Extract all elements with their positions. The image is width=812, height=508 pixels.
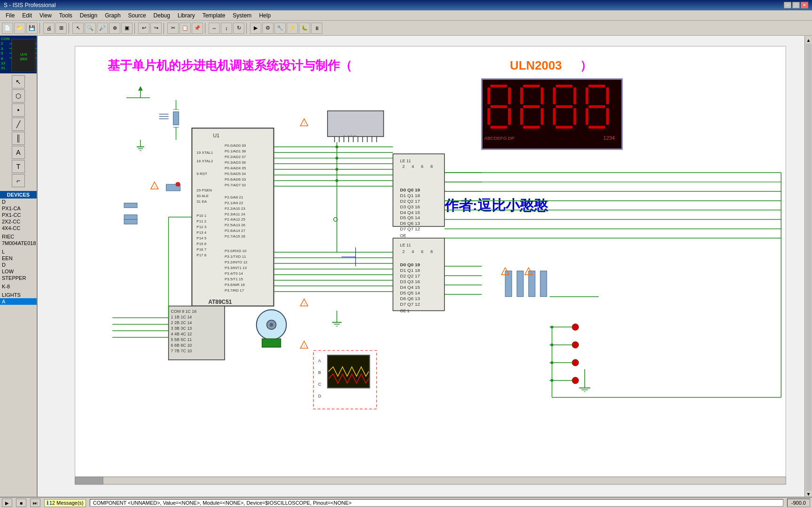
prop-button[interactable]: 🔧 (274, 23, 286, 34)
left-tool-component[interactable]: ⬡ (12, 89, 25, 103)
svg-text:!: ! (304, 344, 304, 348)
play-button[interactable]: ▶ (2, 499, 12, 507)
svg-text:3  3B  3C  13: 3 3B 3C 13 (171, 326, 192, 331)
left-tool-label[interactable]: A (12, 146, 25, 159)
stop-button[interactable]: ■ (16, 499, 26, 507)
svg-text:31  EA: 31 EA (196, 199, 207, 204)
mirror-x-button[interactable]: ↔ (209, 23, 220, 34)
device-item-d2[interactable]: D (0, 262, 37, 268)
device-item-px1cc[interactable]: PX1-CC (0, 212, 37, 218)
print-button[interactable]: 🖨 (43, 23, 55, 34)
menu-item-view[interactable]: View (36, 11, 55, 20)
svg-rect-43 (606, 108, 609, 125)
device-item-low[interactable]: LOW (0, 268, 37, 275)
menu-item-help[interactable]: Help (255, 11, 274, 20)
svg-text:P0.7/AD7  32: P0.7/AD7 32 (225, 183, 246, 187)
left-tool-wire[interactable]: ╱ (12, 118, 25, 131)
svg-text:!: ! (304, 302, 304, 306)
device-item-riec[interactable]: RIEC (0, 233, 37, 240)
menu-item-debug[interactable]: Debug (150, 11, 174, 20)
right-scrollbar[interactable]: ▲ ▼ (804, 36, 812, 497)
device-item-A[interactable]: A (0, 298, 37, 305)
open-button[interactable]: 📁 (14, 23, 25, 34)
svg-text:4  4B  4C  12: 4 4B 4C 12 (171, 332, 192, 336)
menu-bar: FileEditViewToolsDesignGraphSourceDebugL… (0, 10, 812, 21)
device-item-7m[interactable]: 7M004ATE018 (0, 240, 37, 246)
svg-text:6: 6 (421, 249, 423, 254)
new-button[interactable]: 📄 (2, 23, 13, 34)
device-item-k8[interactable]: K-8 (0, 283, 37, 290)
menu-item-tools[interactable]: Tools (55, 11, 76, 20)
rotate-button[interactable]: ↻ (233, 23, 244, 34)
left-tool-junction[interactable]: • (12, 103, 25, 117)
device-item-4x4cc[interactable]: 4X4-CC (0, 225, 37, 231)
menu-item-edit[interactable]: Edit (18, 11, 36, 20)
minimize-button[interactable]: ─ (784, 2, 791, 8)
device-item-L[interactable]: L (0, 248, 37, 255)
break-button[interactable]: ⏸ (311, 23, 322, 34)
svg-text:P2.4/A12  25: P2.4/A12 25 (225, 217, 245, 222)
svg-text:!: ! (528, 270, 529, 275)
device-item-px1ca[interactable]: PX1-CA (0, 205, 37, 212)
svg-rect-163 (166, 184, 180, 191)
run-button[interactable]: ▶ (250, 23, 261, 34)
svg-text:P2.5/A13  26: P2.5/A13 26 (225, 223, 245, 227)
svg-point-164 (176, 182, 180, 187)
svg-text:OE: OE (400, 233, 406, 238)
menu-item-design[interactable]: Design (76, 11, 101, 20)
svg-text:AT89C51: AT89C51 (208, 299, 232, 305)
svg-text:P2.2/A10  23: P2.2/A10 23 (225, 206, 245, 211)
menu-item-library[interactable]: Library (174, 11, 199, 20)
svg-text:D2  Q2  17: D2 Q2 17 (400, 273, 420, 278)
svg-text:D6  Q6  13: D6 Q6 13 (400, 221, 420, 226)
run2-button[interactable]: ⚙ (262, 23, 273, 34)
device-item-D[interactable]: D (0, 198, 37, 205)
svg-text:A: A (318, 358, 321, 363)
device-item-lights[interactable]: LIGHTS (0, 292, 37, 298)
menu-item-template[interactable]: Template (199, 11, 229, 20)
device-item-een[interactable]: EEN (0, 255, 37, 262)
grid-button[interactable]: ⊞ (55, 23, 67, 34)
menu-item-source[interactable]: Source (125, 11, 150, 20)
svg-point-240 (551, 343, 554, 346)
info-icon: ℹ (47, 500, 48, 506)
undo-button[interactable]: ↩ (138, 23, 149, 34)
title-controls: ─ □ ✕ (784, 2, 808, 8)
mirror-y-button[interactable]: ↕ (221, 23, 232, 34)
svg-rect-175 (505, 271, 512, 297)
left-tool-select[interactable]: ↖ (12, 75, 25, 88)
close-button[interactable]: ✕ (801, 2, 808, 8)
left-tool-bus-entry[interactable]: ⌐ (12, 174, 25, 187)
save-button[interactable]: 💾 (26, 23, 38, 34)
place-button[interactable]: ⚡ (287, 23, 298, 34)
select-button[interactable]: ↖ (72, 23, 84, 34)
svg-text:D6  Q6  13: D6 Q6 13 (400, 296, 420, 301)
message-count: 12 Message(s) (49, 500, 84, 506)
menu-item-graph[interactable]: Graph (101, 11, 124, 20)
copy-button[interactable]: 📋 (180, 23, 191, 34)
schematic-canvas: 基于单片机的步进电机调速系统设计与制作（ ULN2003 ） 作者:逗比小憨憨 (38, 36, 804, 497)
menu-item-system[interactable]: System (229, 11, 255, 20)
svg-text:P12  3: P12 3 (196, 225, 206, 229)
debug-button[interactable]: 🐛 (299, 23, 310, 34)
left-tool-bus[interactable]: ║ (12, 132, 25, 145)
device-item-2x2cc[interactable]: 2X2-CC (0, 218, 37, 225)
svg-text:P3.4/T0   14: P3.4/T0 14 (225, 271, 243, 276)
devices-panel-label: DEVICES (0, 191, 37, 198)
device-item-stepper[interactable]: STEPPER (0, 275, 37, 281)
redo-button[interactable]: ↪ (150, 23, 162, 34)
left-tool-text[interactable]: T (12, 160, 25, 173)
menu-item-file[interactable]: File (2, 11, 18, 20)
maximize-button[interactable]: □ (792, 2, 800, 8)
toolbar-sep-2 (69, 23, 70, 34)
step-button[interactable]: ⏭ (30, 499, 40, 507)
paste-button[interactable]: 📌 (192, 23, 203, 34)
zoom-box-button[interactable]: ▣ (121, 23, 133, 34)
schematic-area[interactable]: 基于单片机的步进电机调速系统设计与制作（ ULN2003 ） 作者:逗比小憨憨 (38, 36, 804, 497)
zoom-in-button[interactable]: 🔍 (85, 23, 96, 34)
cut-button[interactable]: ✂ (167, 23, 179, 34)
zoom-out-button[interactable]: 🔎 (97, 23, 108, 34)
zoom-fit-button[interactable]: ⊕ (109, 23, 120, 34)
svg-text:7  7B  7C  10: 7 7B 7C 10 (171, 349, 192, 353)
svg-point-139 (267, 320, 276, 329)
